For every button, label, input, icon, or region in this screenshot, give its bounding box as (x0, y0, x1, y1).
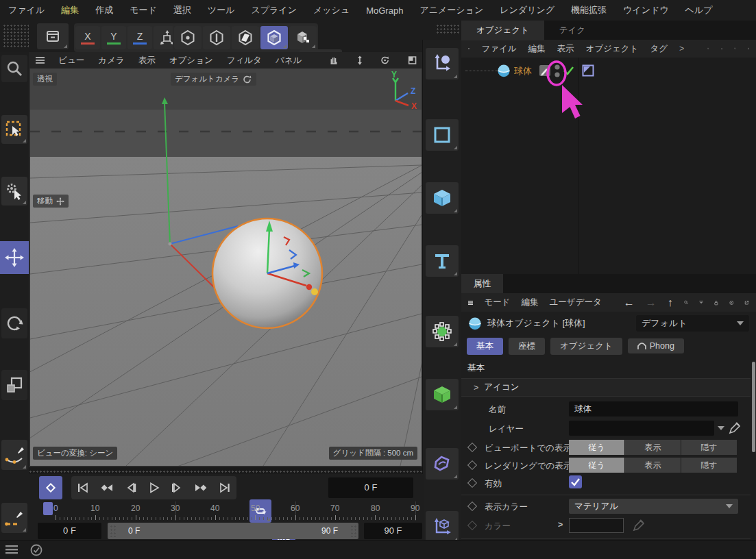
render-vis-on-button[interactable]: 表示 (625, 458, 681, 473)
axis-lock-z-button[interactable]: Z (127, 26, 152, 49)
om-menu-tags[interactable]: タグ (650, 43, 668, 55)
viewport-vis-on-button[interactable]: 表示 (625, 440, 681, 455)
range-start-field[interactable]: 0 F (38, 523, 101, 539)
layer-dropdown-icon[interactable] (718, 426, 724, 430)
layer-input[interactable] (569, 421, 714, 436)
om-menu-view[interactable]: 表示 (557, 43, 574, 55)
play-icon[interactable] (147, 481, 160, 495)
pan-hand-icon[interactable] (329, 55, 338, 66)
timeline-ruler[interactable]: 0 10 20 30 40 50 60 70 80 90 (27, 501, 424, 521)
viewport-menu-filter[interactable]: フィルタ (227, 55, 262, 66)
move-tool[interactable] (0, 241, 29, 274)
axis-lock-y-button[interactable]: Y (101, 26, 126, 49)
menu-item-edit[interactable]: 編集 (61, 4, 79, 16)
sphere-object-icon[interactable] (497, 64, 511, 77)
om-menu-edit[interactable]: 編集 (528, 43, 546, 55)
range-slider[interactable]: 0 F 90 F (108, 523, 358, 539)
menu-item-extensions[interactable]: 機能拡張 (571, 4, 607, 16)
render-vis-off-button[interactable]: 隠す (681, 458, 737, 473)
previous-key-icon[interactable] (99, 481, 114, 495)
volume-button[interactable] (426, 379, 459, 410)
current-frame-field[interactable]: 0 F (328, 477, 413, 498)
menu-item-mode[interactable]: モード (130, 4, 157, 16)
attr-detach-icon[interactable] (744, 297, 749, 308)
viewport-hamburger-icon[interactable] (36, 56, 45, 64)
menu-item-mesh[interactable]: メッシュ (313, 4, 350, 16)
viewport-vis-inherit-button[interactable]: 従う (569, 440, 624, 455)
om-filter-icon[interactable] (734, 44, 735, 53)
viewport-menu-display[interactable]: 表示 (138, 55, 156, 66)
om-menu-objects[interactable]: オブジェクト (586, 43, 639, 55)
name-input[interactable]: 球体 (569, 401, 738, 417)
display-color-dropdown[interactable]: マテリアル (569, 499, 738, 514)
spline-pen-tool[interactable] (1, 440, 27, 470)
points-mode-button[interactable] (174, 26, 202, 49)
keyframe-diamond-icon[interactable] (467, 443, 477, 452)
polygons-mode-button[interactable] (232, 26, 259, 49)
enabled-check-icon[interactable] (563, 65, 574, 76)
search-commander-button[interactable] (1, 55, 27, 82)
orbit-icon[interactable] (380, 55, 389, 66)
attr-tab-phong[interactable]: Phong (628, 338, 684, 353)
model-mode-button[interactable] (260, 26, 288, 49)
tab-attributes[interactable]: 属性 (461, 274, 503, 294)
text-object-button[interactable] (426, 245, 459, 277)
om-hamburger-icon[interactable] (468, 45, 470, 53)
zoom-updown-icon[interactable] (356, 55, 363, 66)
attributes-scrollbar[interactable] (752, 362, 755, 452)
attr-search-icon[interactable] (684, 297, 688, 308)
attr-hamburger-icon[interactable] (468, 298, 473, 308)
menu-item-help[interactable]: ヘルプ (685, 4, 713, 16)
menu-item-mograph[interactable]: MoGraph (366, 5, 403, 16)
phong-tag-icon[interactable] (582, 64, 594, 77)
menu-item-window[interactable]: ウインドウ (623, 4, 669, 16)
om-home-icon[interactable] (721, 43, 722, 54)
attr-track-icon[interactable] (729, 297, 734, 308)
status-hamburger-icon[interactable] (5, 545, 18, 554)
goto-end-icon[interactable] (218, 481, 232, 495)
attr-menu-mode[interactable]: モード (484, 297, 510, 308)
attr-tab-basic[interactable]: 基本 (467, 338, 503, 355)
attr-menu-userdata[interactable]: ユーザデータ (550, 297, 602, 308)
object-name[interactable]: 球体 (514, 65, 532, 77)
toggle-panels-icon[interactable] (408, 55, 417, 66)
scale-tool[interactable] (1, 370, 27, 400)
viewport-menu-view[interactable]: ビュー (58, 55, 84, 66)
viewport-menu-camera[interactable]: カメラ (98, 55, 124, 66)
attr-menu-edit[interactable]: 編集 (522, 297, 539, 308)
menu-item-file[interactable]: ファイル (8, 4, 45, 16)
keyframe-diamond-icon[interactable] (467, 501, 477, 511)
axis-lock-x-button[interactable]: X (75, 26, 100, 49)
make-editable-button[interactable] (37, 23, 69, 49)
om-menu-overflow[interactable]: > (679, 44, 684, 53)
menu-item-create[interactable]: 作成 (95, 4, 113, 16)
deformer-button[interactable] (426, 448, 459, 480)
viewport-menu-options[interactable]: オプション (169, 55, 213, 66)
generator-button[interactable] (426, 316, 459, 347)
tweak-tool[interactable] (1, 177, 27, 206)
icon-group-row[interactable]: > アイコン (461, 379, 751, 397)
viewport-menu-panel[interactable]: パネル (276, 55, 302, 66)
goto-start-icon[interactable] (76, 481, 90, 495)
menu-item-tools[interactable]: ツール (208, 4, 235, 16)
previous-frame-icon[interactable] (124, 481, 138, 495)
attr-filter-icon[interactable] (699, 298, 703, 307)
attr-parent-icon[interactable]: ↑ (668, 297, 673, 309)
menu-item-animation[interactable]: アニメーション (419, 4, 483, 16)
status-check-icon[interactable] (30, 544, 42, 556)
modeling-axis-button[interactable] (426, 48, 459, 79)
camera-label[interactable]: デフォルトカメラ (171, 73, 256, 86)
object-row-sphere[interactable]: 球体 (461, 62, 756, 79)
range-end-field[interactable]: 90 F (364, 523, 422, 539)
enabled-checkbox[interactable] (569, 475, 582, 488)
attr-tab-coordinates[interactable]: 座標 (509, 338, 545, 355)
object-tree[interactable]: 球体 (461, 58, 756, 274)
sketch-tool[interactable] (1, 503, 27, 533)
attr-back-icon[interactable]: ← (624, 297, 635, 309)
rotate-tool[interactable] (1, 308, 27, 338)
timeline-drag-handle[interactable] (29, 470, 422, 473)
next-key-icon[interactable] (193, 481, 208, 495)
edges-mode-button[interactable] (203, 26, 230, 49)
attr-forward-icon[interactable]: → (646, 297, 657, 309)
keyframe-diamond-icon[interactable] (467, 460, 477, 470)
